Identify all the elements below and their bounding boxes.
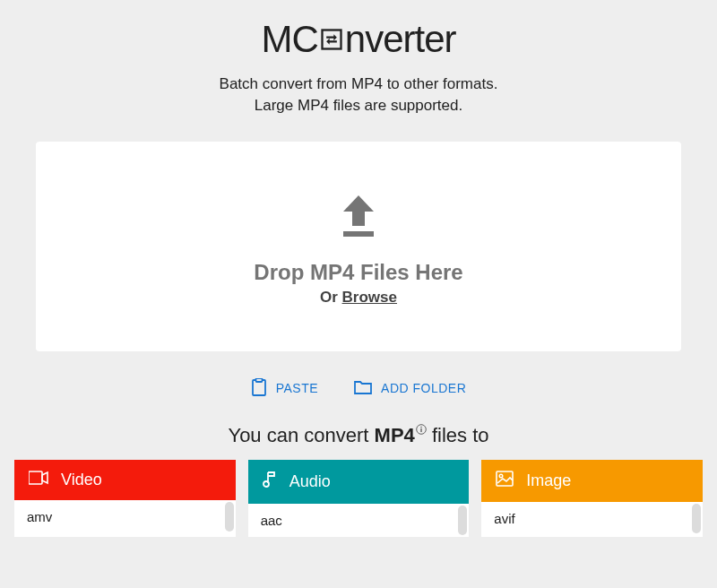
- file-dropzone[interactable]: Drop MP4 Files Here Or Browse: [36, 142, 681, 351]
- image-card-title: Image: [526, 471, 571, 490]
- paste-button[interactable]: PASTE: [251, 378, 318, 399]
- svg-rect-7: [29, 471, 42, 484]
- format-name: MP4: [375, 424, 415, 446]
- music-note-icon: [263, 471, 277, 493]
- audio-card-title: Audio: [289, 472, 331, 491]
- info-icon[interactable]: [416, 424, 427, 435]
- convert-heading: You can convert MP4 files to: [9, 424, 708, 447]
- swap-icon: [319, 27, 344, 52]
- video-card-title: Video: [61, 471, 102, 489]
- add-folder-button[interactable]: ADD FOLDER: [354, 378, 466, 399]
- video-card-body[interactable]: amv: [14, 500, 236, 533]
- scrollbar[interactable]: [458, 506, 467, 535]
- image-card-body[interactable]: avif: [481, 502, 703, 535]
- logo: MC nverter: [9, 18, 708, 61]
- subtitle-line-2: Large MP4 files are supported.: [9, 95, 708, 117]
- action-row: PASTE ADD FOLDER: [9, 378, 708, 399]
- video-card-header: Video: [14, 460, 236, 500]
- image-format-item[interactable]: avif: [494, 511, 514, 526]
- svg-point-10: [500, 474, 504, 478]
- video-format-item[interactable]: amv: [27, 509, 52, 524]
- image-icon: [496, 471, 514, 491]
- svg-rect-0: [322, 30, 341, 49]
- logo-suffix: nverter: [345, 18, 456, 61]
- paste-label: PASTE: [276, 381, 318, 395]
- logo-prefix: MC: [261, 18, 317, 61]
- video-camera-icon: [29, 471, 48, 489]
- audio-card: Audio aac: [248, 460, 470, 537]
- page-subtitle: Batch convert from MP4 to other formats.…: [9, 74, 708, 117]
- format-cards: Video amv Audio aac: [9, 460, 708, 537]
- drop-text: Drop MP4 Files Here: [54, 260, 663, 285]
- or-browse-text: Or Browse: [54, 289, 663, 307]
- scrollbar[interactable]: [692, 504, 701, 533]
- scrollbar[interactable]: [225, 502, 234, 532]
- audio-card-header: Audio: [248, 460, 470, 504]
- clipboard-icon: [251, 378, 267, 399]
- audio-card-body[interactable]: aac: [248, 504, 470, 537]
- svg-rect-6: [420, 428, 421, 432]
- subtitle-line-1: Batch convert from MP4 to other formats.: [9, 74, 708, 95]
- audio-format-item[interactable]: aac: [261, 513, 282, 528]
- video-card: Video amv: [14, 460, 236, 537]
- add-folder-label: ADD FOLDER: [381, 381, 466, 395]
- svg-point-5: [420, 426, 422, 428]
- svg-rect-1: [343, 231, 374, 237]
- svg-point-8: [263, 481, 269, 487]
- image-card: Image avif: [481, 460, 703, 537]
- svg-rect-3: [255, 378, 262, 382]
- upload-icon: [54, 195, 663, 238]
- folder-icon: [354, 380, 372, 397]
- browse-link[interactable]: Browse: [342, 289, 397, 306]
- image-card-header: Image: [481, 460, 703, 502]
